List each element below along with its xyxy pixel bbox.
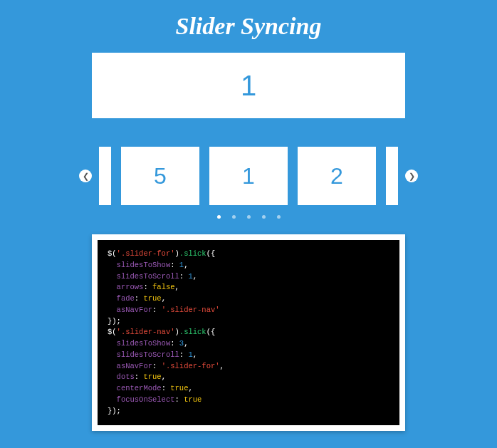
code-method: .slick bbox=[179, 249, 206, 258]
code-val: '.slider-for' bbox=[162, 362, 220, 370]
code-frame: $('.slider-for').slick({ slidesToShow: 1… bbox=[92, 234, 405, 431]
prev-arrow-icon[interactable]: ❮ bbox=[79, 170, 92, 182]
dot[interactable] bbox=[277, 215, 281, 219]
code-val: true bbox=[143, 294, 161, 303]
slider-for-current: 1 bbox=[241, 70, 256, 102]
nav-slide[interactable]: 5 bbox=[121, 147, 199, 205]
code-val: false bbox=[152, 283, 175, 291]
dot[interactable] bbox=[262, 215, 266, 219]
page-title: Slider Syncing bbox=[0, 13, 497, 40]
dots bbox=[0, 215, 497, 219]
code-val: '.slider-nav' bbox=[162, 306, 220, 314]
code-block: $('.slider-for').slick({ slidesToShow: 1… bbox=[98, 240, 399, 425]
nav-slide[interactable]: 1 bbox=[209, 147, 288, 205]
code-selector: '.slider-nav' bbox=[117, 328, 175, 336]
next-arrow-icon[interactable]: ❯ bbox=[405, 170, 418, 182]
code-selector: '.slider-for' bbox=[117, 249, 175, 258]
slider-for[interactable]: 1 bbox=[92, 53, 405, 118]
nav-slide[interactable]: 2 bbox=[298, 147, 376, 205]
slider-nav: 5 1 2 bbox=[99, 147, 398, 205]
slider-nav-row: ❮ 5 1 2 ❯ bbox=[70, 147, 427, 205]
code-val: true bbox=[170, 384, 188, 392]
dot[interactable] bbox=[217, 215, 221, 219]
code-method: .slick bbox=[179, 328, 206, 336]
dot[interactable] bbox=[232, 215, 236, 219]
page: Slider Syncing 1 ❮ 5 1 2 ❯ $('.slider-fo… bbox=[0, 0, 497, 431]
code-val: true bbox=[143, 373, 161, 381]
nav-slide-edge-right[interactable] bbox=[386, 147, 398, 205]
dot[interactable] bbox=[247, 215, 251, 219]
code-val: true bbox=[184, 395, 202, 404]
nav-slide-edge-left[interactable] bbox=[99, 147, 111, 205]
